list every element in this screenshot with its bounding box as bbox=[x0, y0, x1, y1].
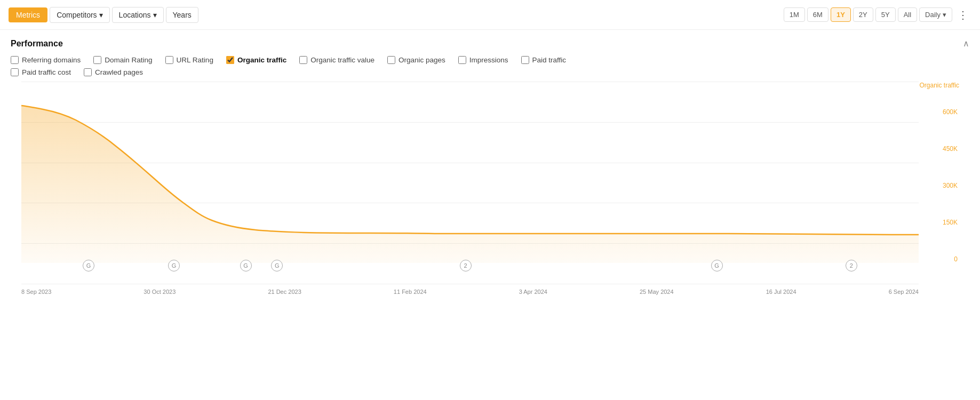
metric-referring-domains-checkbox[interactable] bbox=[11, 56, 19, 64]
metric-organic-traffic-value[interactable]: Organic traffic value bbox=[299, 56, 375, 64]
metric-organic-pages[interactable]: Organic pages bbox=[387, 56, 445, 64]
metric-organic-traffic[interactable]: Organic traffic bbox=[226, 56, 286, 64]
metrics-row-2: Paid traffic cost Crawled pages bbox=[11, 68, 969, 76]
y-label-150k: 150K bbox=[943, 219, 958, 226]
x-label-2: 21 Dec 2023 bbox=[268, 289, 301, 295]
y-axis: 600K 450K 300K 150K 0 bbox=[921, 82, 959, 263]
frequency-button[interactable]: Daily ▾ bbox=[919, 7, 952, 22]
frequency-chevron-icon: ▾ bbox=[943, 11, 946, 19]
performance-header: Performance ∧ bbox=[11, 38, 969, 49]
locations-label: Locations bbox=[119, 11, 151, 19]
metrics-button[interactable]: Metrics bbox=[9, 7, 47, 22]
chart-container: Organic traffic bbox=[21, 82, 959, 295]
performance-title: Performance bbox=[11, 39, 63, 49]
metric-crawled-pages-label: Crawled pages bbox=[95, 68, 143, 76]
x-label-5: 25 May 2024 bbox=[640, 289, 674, 295]
toolbar-left: Metrics Competitors ▾ Locations ▾ Years bbox=[9, 7, 198, 23]
collapse-icon[interactable]: ∧ bbox=[963, 38, 969, 49]
competitors-button[interactable]: Competitors ▾ bbox=[50, 7, 109, 23]
toolbar: Metrics Competitors ▾ Locations ▾ Years … bbox=[0, 0, 980, 30]
metric-crawled-pages[interactable]: Crawled pages bbox=[84, 68, 143, 76]
metric-organic-pages-label: Organic pages bbox=[399, 56, 445, 64]
chart-inner: Organic traffic bbox=[21, 82, 919, 284]
metric-url-rating[interactable]: URL Rating bbox=[165, 56, 213, 64]
metric-paid-traffic[interactable]: Paid traffic bbox=[521, 56, 567, 64]
competitors-chevron-icon: ▾ bbox=[99, 11, 103, 19]
event-marker-2a[interactable]: 2 bbox=[460, 260, 472, 271]
locations-chevron-icon: ▾ bbox=[153, 11, 157, 19]
x-label-0: 8 Sep 2023 bbox=[21, 289, 51, 295]
metric-organic-traffic-label: Organic traffic bbox=[237, 56, 286, 64]
x-axis: 8 Sep 2023 30 Oct 2023 21 Dec 2023 11 Fe… bbox=[21, 286, 919, 295]
time-5y[interactable]: 5Y bbox=[875, 7, 896, 22]
performance-section: Performance ∧ Referring domains Domain R… bbox=[0, 30, 980, 303]
toolbar-right: 1M 6M 1Y 2Y 5Y All Daily ▾ ⋮ bbox=[784, 6, 971, 23]
x-label-7: 6 Sep 2024 bbox=[889, 289, 919, 295]
x-label-3: 11 Feb 2024 bbox=[394, 289, 427, 295]
time-1y[interactable]: 1Y bbox=[831, 7, 851, 22]
metric-paid-traffic-checkbox[interactable] bbox=[521, 56, 529, 64]
metric-domain-rating[interactable]: Domain Rating bbox=[93, 56, 152, 64]
y-label-300k: 300K bbox=[943, 182, 958, 189]
chart-area: Organic traffic bbox=[11, 82, 969, 295]
metric-paid-traffic-cost-checkbox[interactable] bbox=[11, 68, 19, 76]
y-label-0: 0 bbox=[954, 255, 958, 263]
metric-paid-traffic-cost[interactable]: Paid traffic cost bbox=[11, 68, 71, 76]
metric-organic-traffic-value-checkbox[interactable] bbox=[299, 56, 307, 64]
metric-paid-traffic-label: Paid traffic bbox=[532, 56, 567, 64]
event-marker-2b[interactable]: 2 bbox=[846, 260, 857, 271]
years-button[interactable]: Years bbox=[166, 7, 198, 23]
time-6m[interactable]: 6M bbox=[807, 7, 828, 22]
event-marker-g1[interactable]: G bbox=[83, 260, 94, 271]
metric-organic-traffic-checkbox[interactable] bbox=[226, 56, 234, 64]
chart-svg bbox=[21, 82, 919, 263]
event-marker-g5[interactable]: G bbox=[711, 260, 723, 271]
metric-impressions-label: Impressions bbox=[469, 56, 508, 64]
frequency-label: Daily bbox=[925, 11, 941, 19]
x-label-1: 30 Oct 2023 bbox=[144, 289, 176, 295]
metric-url-rating-label: URL Rating bbox=[177, 56, 213, 64]
metric-impressions-checkbox[interactable] bbox=[458, 56, 466, 64]
metrics-row-1: Referring domains Domain Rating URL Rati… bbox=[11, 56, 969, 64]
more-options-button[interactable]: ⋮ bbox=[954, 6, 971, 23]
metric-paid-traffic-cost-label: Paid traffic cost bbox=[22, 68, 71, 76]
grid-line-bottom bbox=[21, 284, 919, 284]
time-1m[interactable]: 1M bbox=[784, 7, 805, 22]
years-label: Years bbox=[173, 11, 192, 19]
y-label-450k: 450K bbox=[943, 145, 958, 153]
time-2y[interactable]: 2Y bbox=[853, 7, 873, 22]
metric-impressions[interactable]: Impressions bbox=[458, 56, 508, 64]
metric-referring-domains-label: Referring domains bbox=[22, 56, 81, 64]
time-all[interactable]: All bbox=[898, 7, 917, 22]
metric-url-rating-checkbox[interactable] bbox=[165, 56, 173, 64]
metric-domain-rating-label: Domain Rating bbox=[105, 56, 152, 64]
metric-organic-traffic-value-label: Organic traffic value bbox=[310, 56, 375, 64]
event-marker-g2[interactable]: G bbox=[168, 260, 180, 271]
x-label-6: 16 Jul 2024 bbox=[766, 289, 796, 295]
x-label-4: 3 Apr 2024 bbox=[519, 289, 547, 295]
metric-organic-pages-checkbox[interactable] bbox=[387, 56, 395, 64]
event-marker-g4[interactable]: G bbox=[271, 260, 283, 271]
metric-domain-rating-checkbox[interactable] bbox=[93, 56, 101, 64]
metric-crawled-pages-checkbox[interactable] bbox=[84, 68, 92, 76]
locations-button[interactable]: Locations ▾ bbox=[112, 7, 164, 23]
event-marker-g3[interactable]: G bbox=[240, 260, 252, 271]
y-label-600k: 600K bbox=[943, 108, 958, 116]
metric-referring-domains[interactable]: Referring domains bbox=[11, 56, 81, 64]
competitors-label: Competitors bbox=[57, 11, 97, 19]
